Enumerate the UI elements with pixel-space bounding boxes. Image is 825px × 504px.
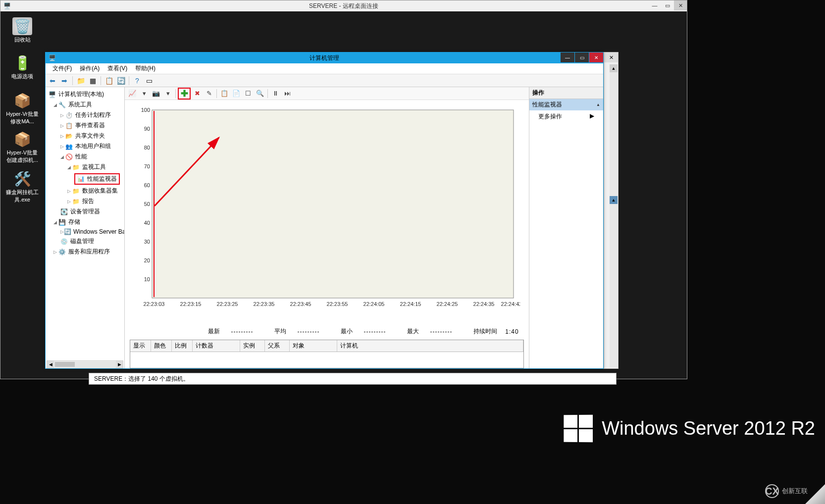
perf-add-counter-button[interactable]: ✚	[178, 88, 191, 100]
watermark-text: Windows Server 2012 R2	[602, 418, 815, 439]
actions-selected[interactable]: 性能监视器▲	[529, 99, 603, 110]
tree-perfmon[interactable]: 📊性能监视器	[46, 172, 124, 186]
perf-dropdown2-button[interactable]: ▾	[162, 89, 173, 99]
tree-scheduler[interactable]: ▷⏱️任务计划程序	[46, 110, 124, 120]
perf-resume-button[interactable]: ⏭	[282, 89, 293, 99]
archive-icon: 📦	[12, 130, 32, 148]
perf-delete-button[interactable]: ✖	[192, 89, 203, 99]
counter-legend-table[interactable]: 显示 颜色 比例 计数器 实例 父系 对象 计算机	[130, 340, 524, 368]
windows-watermark: Windows Server 2012 R2	[564, 415, 815, 442]
desktop-icon-recycle[interactable]: 🗑️ 回收站	[4, 17, 40, 44]
svg-text:60: 60	[144, 182, 150, 188]
perf-view-button[interactable]: 📈	[127, 89, 138, 99]
tree-localusers[interactable]: ▷👥本地用户和组	[46, 141, 124, 151]
col-counter[interactable]: 计数器	[193, 340, 240, 352]
perf-chart: 1009080 706050 403020 10 22:23:03 22:23:…	[125, 100, 529, 325]
toolbar-properties-button[interactable]: 📋	[104, 76, 114, 86]
tree-monitor-tools[interactable]: ◢📁监视工具	[46, 162, 124, 172]
toolbar-help-button[interactable]: ?	[132, 76, 142, 86]
col-color[interactable]: 颜色	[151, 340, 172, 352]
toolbar-grid-button[interactable]: ▦	[88, 76, 98, 86]
actions-header: 操作	[529, 87, 603, 99]
desktop-icon-power[interactable]: 🔋 电源选项	[4, 54, 40, 80]
nav-forward-button[interactable]: ➡	[59, 76, 69, 86]
tree-systools[interactable]: ◢🔧系统工具	[46, 100, 124, 110]
svg-text:22:24:25: 22:24:25	[437, 301, 458, 307]
toolbar-extra-button[interactable]: ▭	[144, 76, 154, 86]
toolbar-folder-button[interactable]: 📁	[76, 76, 86, 86]
tree-wsb[interactable]: ▷🔄Windows Server Back	[46, 227, 124, 236]
plus-icon: ✚	[181, 88, 188, 99]
mgmt-titlebar[interactable]: 🖥️ 计算机管理 — ▭ ✕	[46, 52, 603, 63]
label: 赚盒网挂机工具.exe	[4, 189, 40, 203]
status-message-box: SERVERE：选择了 140 个虚拟机。	[89, 373, 617, 385]
svg-text:90: 90	[144, 126, 150, 132]
bg-scrollbar[interactable]: ▲ ▲	[610, 64, 618, 367]
nav-back-button[interactable]: ⬅	[48, 76, 57, 86]
menu-file[interactable]: 文件(F)	[49, 63, 76, 74]
label: Hyper-Vr批量修改MA...	[4, 110, 40, 125]
rdp-min-button[interactable]: —	[648, 0, 661, 10]
label: 回收站	[4, 36, 40, 44]
perf-highlight-button[interactable]: ✎	[204, 89, 214, 99]
tree-performance[interactable]: ◢🚫性能	[46, 151, 124, 162]
svg-text:22:24:05: 22:24:05	[363, 301, 385, 307]
mgmt-menubar: 文件(F) 操作(A) 查看(V) 帮助(H)	[46, 63, 603, 74]
summary-dur-val: 1:40	[502, 328, 522, 335]
tree-devicemgr[interactable]: 💽设备管理器	[46, 206, 124, 217]
archive-icon: 📦	[12, 92, 32, 109]
tree-eventviewer[interactable]: ▷📋事件查看器	[46, 120, 124, 131]
summary-max-val: ---------	[424, 328, 459, 335]
tree-root[interactable]: 🖥️计算机管理(本地)	[46, 89, 124, 100]
actions-more[interactable]: 更多操作▶	[529, 110, 603, 123]
perf-dropdown-button[interactable]: ▾	[139, 89, 150, 99]
remote-desktop: 🗑️ 回收站 🔋 电源选项 📦 Hyper-Vr批量修改MA... 📦 Hype…	[0, 11, 687, 379]
col-computer[interactable]: 计算机	[337, 340, 523, 352]
label: 电源选项	[4, 73, 40, 80]
perf-pause-button[interactable]: ⏸	[270, 89, 281, 99]
tree-services[interactable]: ▷⚙️服务和应用程序	[46, 247, 124, 257]
perf-zoom-button[interactable]: 🔍	[255, 89, 265, 99]
bg-close-button[interactable]: ✕	[604, 52, 618, 62]
tree-datacollector[interactable]: ▷📁数据收集器集	[46, 186, 124, 196]
mgmt-title: 计算机管理	[309, 54, 339, 62]
tree-shares[interactable]: ▷📂共享文件夹	[46, 131, 124, 141]
perf-paste-button[interactable]: 📄	[231, 89, 242, 99]
svg-text:22:23:35: 22:23:35	[254, 301, 275, 307]
chevron-right-icon: ▶	[590, 112, 594, 121]
mgmt-max-button[interactable]: ▭	[575, 52, 589, 62]
toolbar-refresh-button[interactable]: 🔄	[116, 76, 126, 86]
svg-text:20: 20	[144, 257, 150, 263]
tree-storage[interactable]: ◢💾存储	[46, 217, 124, 227]
desktop-icon-hv2[interactable]: 📦 Hyper-V批量创建虚拟机...	[4, 130, 40, 164]
mgmt-close-button[interactable]: ✕	[589, 52, 603, 62]
summary-max-lbl: 最大	[407, 327, 419, 336]
svg-text:22:24:35: 22:24:35	[473, 301, 495, 307]
perf-props-button[interactable]: ☐	[243, 89, 254, 99]
perfmon-toolbar: 📈 ▾ 📷 ▾ ✚ ✖ ✎ 📋 📄 ☐ 🔍 ⏸	[125, 87, 529, 100]
svg-rect-0	[152, 110, 514, 298]
desktop-icon-tool[interactable]: 🛠️ 赚盒网挂机工具.exe	[4, 170, 40, 203]
svg-text:22:24:42: 22:24:42	[501, 301, 520, 307]
col-instance[interactable]: 实例	[240, 340, 265, 352]
menu-action[interactable]: 操作(A)	[76, 63, 103, 74]
tree-hscrollbar[interactable]: ◀▶	[47, 360, 123, 368]
col-object[interactable]: 对象	[290, 340, 337, 352]
col-scale[interactable]: 比例	[172, 340, 193, 352]
col-show[interactable]: 显示	[130, 340, 151, 352]
menu-view[interactable]: 查看(V)	[103, 63, 131, 74]
summary-dur-lbl: 持续时间	[473, 327, 497, 336]
mgmt-min-button[interactable]: —	[561, 52, 574, 62]
tree-reports[interactable]: ▷📁报告	[46, 196, 124, 206]
menu-help[interactable]: 帮助(H)	[131, 63, 159, 74]
rdp-close-button[interactable]: ✕	[674, 0, 687, 10]
col-parent[interactable]: 父系	[265, 340, 290, 352]
actions-pane: 操作 性能监视器▲ 更多操作▶	[529, 87, 603, 368]
desktop-icon-hv1[interactable]: 📦 Hyper-Vr批量修改MA...	[4, 92, 40, 125]
rdp-titlebar[interactable]: 🖥️ SERVERE - 远程桌面连接 — ▭ ✕	[0, 0, 687, 11]
perf-copy-button[interactable]: 📋	[219, 89, 230, 99]
tree-diskmgmt[interactable]: 💿磁盘管理	[46, 236, 124, 247]
rdp-max-button[interactable]: ▭	[661, 0, 674, 10]
perf-capture-button[interactable]: 📷	[151, 89, 161, 99]
svg-text:30: 30	[144, 239, 150, 245]
